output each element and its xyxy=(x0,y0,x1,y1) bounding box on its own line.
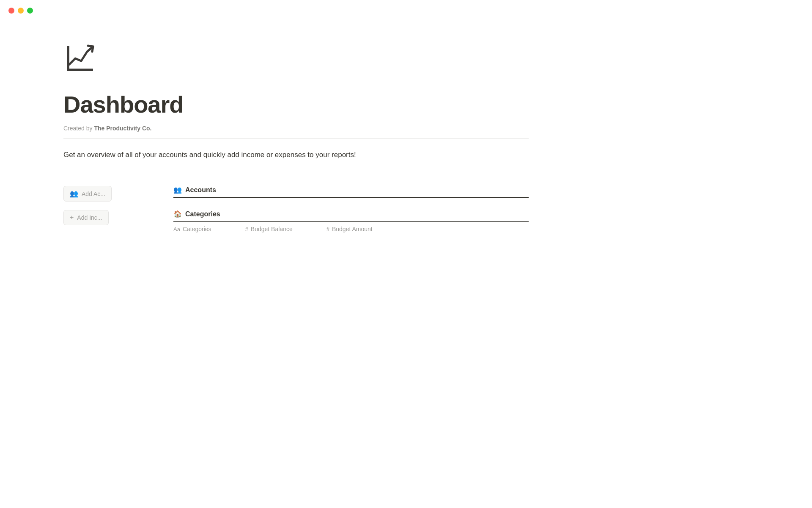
categories-section-header: 🏠 Categories xyxy=(173,210,529,222)
creator-line: Created by The Productivity Co. xyxy=(63,125,529,132)
section-divider xyxy=(63,138,529,139)
col-categories: Aa Categories xyxy=(173,226,211,232)
maximize-button[interactable] xyxy=(27,8,33,14)
col-budget-balance-icon: # xyxy=(245,226,248,232)
add-account-label: Add Ac... xyxy=(82,190,105,197)
col-budget-amount-icon: # xyxy=(326,226,329,232)
add-income-icon: + xyxy=(70,214,74,221)
page-title: Dashboard xyxy=(63,91,529,118)
categories-section-wrapper: + Add Inc... 🏠 Categories Aa Categories … xyxy=(63,210,529,236)
main-content: Dashboard Created by The Productivity Co… xyxy=(0,0,592,236)
accounts-section-wrapper: 👥 Add Ac... 👥 Accounts xyxy=(63,186,529,210)
creator-prefix: Created by xyxy=(63,125,92,132)
accounts-icon: 👥 xyxy=(173,186,182,194)
add-income-button[interactable]: + Add Inc... xyxy=(63,210,109,225)
traffic-lights xyxy=(0,0,41,21)
add-income-label: Add Inc... xyxy=(77,214,102,221)
categories-icon: 🏠 xyxy=(173,210,182,218)
close-button[interactable] xyxy=(8,8,14,14)
categories-table-header: Aa Categories # Budget Balance # Budget … xyxy=(173,222,529,236)
col-budget-amount: # Budget Amount xyxy=(326,226,373,232)
accounts-section-header: 👥 Accounts xyxy=(173,186,529,198)
accounts-title: Accounts xyxy=(185,186,216,194)
accounts-right-panel: 👥 Accounts xyxy=(173,186,529,198)
svg-rect-0 xyxy=(67,46,69,71)
col-budget-balance-label: Budget Balance xyxy=(251,226,293,232)
categories-right-panel: 🏠 Categories Aa Categories # Budget Bala… xyxy=(173,210,529,236)
add-account-icon: 👥 xyxy=(70,190,78,198)
add-account-button[interactable]: 👥 Add Ac... xyxy=(63,186,112,202)
col-budget-balance: # Budget Balance xyxy=(245,226,293,232)
categories-title: Categories xyxy=(185,210,220,218)
categories-left-panel: + Add Inc... xyxy=(63,210,156,234)
svg-rect-1 xyxy=(67,69,93,71)
minimize-button[interactable] xyxy=(18,8,24,14)
col-categories-label: Categories xyxy=(183,226,211,232)
page-icon xyxy=(63,42,529,78)
accounts-left-panel: 👥 Add Ac... xyxy=(63,186,156,210)
page-description: Get an overview of all of your accounts … xyxy=(63,149,529,160)
col-categories-icon: Aa xyxy=(173,226,180,232)
col-budget-amount-label: Budget Amount xyxy=(332,226,373,232)
creator-name[interactable]: The Productivity Co. xyxy=(94,125,151,132)
